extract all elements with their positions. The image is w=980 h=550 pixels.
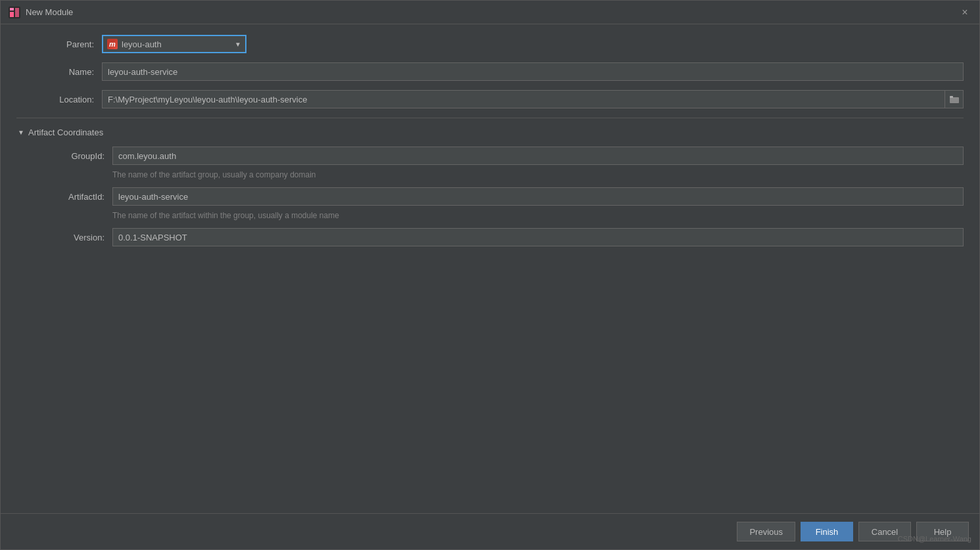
section-toggle[interactable]: ▼ <box>16 128 26 137</box>
artifact-section-header: ▼ Artifact Coordinates <box>16 127 964 137</box>
dialog-content: Parent: m leyou-auth ▼ leyou-auth Name: … <box>1 24 979 513</box>
name-row: Name: <box>16 62 964 81</box>
dialog-footer: Previous Finish Cancel Help <box>1 513 979 549</box>
parent-label: Parent: <box>16 39 102 49</box>
artifact-coordinates-section: GroupId: The name of the artifact group,… <box>16 147 964 246</box>
version-row: Version: <box>27 228 964 246</box>
svg-rect-5 <box>950 96 953 98</box>
groupid-label: GroupId: <box>27 151 112 161</box>
svg-rect-2 <box>15 8 19 17</box>
previous-button[interactable]: Previous <box>737 522 795 541</box>
version-label: Version: <box>27 233 112 242</box>
artifactid-row: ArtifactId: <box>27 187 964 206</box>
browse-button[interactable] <box>945 90 964 108</box>
parent-dropdown-wrapper: m leyou-auth ▼ leyou-auth <box>102 35 246 53</box>
close-button[interactable]: × <box>958 6 971 19</box>
svg-rect-4 <box>950 97 959 103</box>
artifactid-hint: The name of the artifact within the grou… <box>112 211 964 220</box>
svg-rect-3 <box>10 8 14 11</box>
version-input[interactable] <box>112 228 964 246</box>
dialog-title: New Module <box>26 7 958 17</box>
name-input[interactable] <box>102 62 964 81</box>
location-input[interactable] <box>102 90 945 108</box>
groupid-hint: The name of the artifact group, usually … <box>112 170 964 179</box>
title-bar: New Module × <box>1 1 979 24</box>
divider <box>16 118 964 118</box>
svg-rect-1 <box>10 12 14 17</box>
groupid-input[interactable] <box>112 147 964 165</box>
parent-row: Parent: m leyou-auth ▼ leyou-auth <box>16 35 964 53</box>
artifactid-label: ArtifactId: <box>27 192 112 202</box>
app-icon <box>9 7 20 18</box>
folder-icon <box>950 95 959 103</box>
name-label: Name: <box>16 67 102 77</box>
new-module-dialog: New Module × Parent: m leyou-auth ▼ leyo… <box>0 0 980 550</box>
location-wrapper <box>102 90 964 108</box>
groupid-row: GroupId: <box>27 147 964 165</box>
finish-button[interactable]: Finish <box>801 522 853 541</box>
watermark: CSDN@Learner-Wang <box>898 535 971 543</box>
artifactid-input[interactable] <box>112 187 964 206</box>
section-title: Artifact Coordinates <box>28 127 103 137</box>
location-label: Location: <box>16 95 102 104</box>
location-row: Location: <box>16 90 964 108</box>
